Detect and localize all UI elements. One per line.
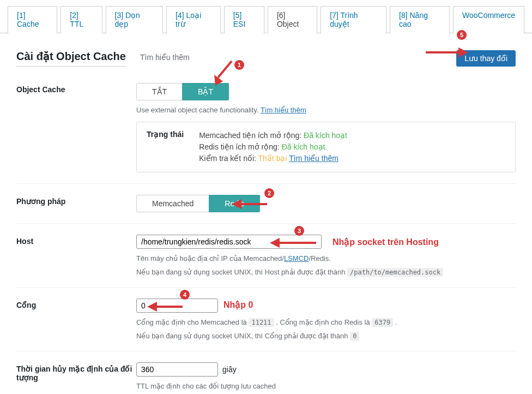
status-redis: Redis tiện ích mở rộng: Đã kích hoạt (199, 141, 347, 153)
tab-browser[interactable]: [7] Trình duyệt (321, 6, 386, 33)
object-cache-on[interactable]: BẬT (182, 83, 229, 100)
annotation-badge-3: 3 (294, 226, 304, 236)
tab-object[interactable]: [6] Object (268, 6, 317, 33)
object-cache-off[interactable]: TẮT (136, 83, 182, 100)
ttl-unit: giây (222, 365, 237, 374)
learn-more-link[interactable]: Tìm hiểu thêm (140, 53, 190, 62)
tab-cache[interactable]: [1] Cache (8, 6, 57, 33)
tab-ttl[interactable]: [2] TTL (61, 6, 102, 33)
object-cache-help: Use external object cache functionality.… (136, 106, 516, 114)
status-label: Trạng thái (147, 130, 184, 164)
status-memcached: Memcached tiện ích mở rộng: Đã kích hoạt (199, 130, 347, 141)
header-row: Cài đặt Object Cache Tìm hiểu thêm Lưu t… (0, 33, 532, 72)
label-object-cache: Object Cache (16, 83, 136, 172)
status-connection: Kiểm tra kết nối: Thất bại Tìm hiểu thêm (199, 153, 347, 164)
row-ttl: Thời gian hủy mặc định của đối tượng giâ… (16, 351, 516, 394)
port-help-2: Nếu bạn đang sử dụng socket UNIX, thì Cổ… (136, 332, 516, 340)
annotation-badge-4: 4 (180, 290, 190, 300)
page-title: Cài đặt Object Cache (16, 50, 126, 67)
port-help-1: Cổng mặc định cho Memcached là 11211 . C… (136, 318, 516, 326)
row-port: Cổng 4 Nhập 0 Cổng mặc định cho Memcache… (16, 287, 516, 351)
label-host: Host (16, 235, 136, 276)
tab-exclude[interactable]: [4] Loại trừ (166, 6, 221, 33)
port-input[interactable] (136, 299, 218, 313)
host-help-2: Nếu bạn đang sử dụng socket UNIX, thì Ho… (136, 268, 516, 276)
row-object-cache: Object Cache 1 TẮT BẬT Use external obje… (16, 72, 516, 183)
method-memcached[interactable]: Memcached (136, 195, 209, 212)
object-cache-toggle: TẮT BẬT (136, 83, 229, 100)
tabs-bar: [1] Cache [2] TTL [3] Dọn dẹp [4] Loại t… (0, 0, 532, 33)
label-ttl: Thời gian hủy mặc định của đối tượng (16, 362, 136, 390)
host-help-1: Tên máy chủ hoặc địa chỉ IP của Memcache… (136, 254, 516, 262)
method-toggle: Memcached Redis (136, 195, 260, 212)
method-redis[interactable]: Redis (209, 195, 260, 212)
annotation-badge-5: 5 (457, 30, 467, 40)
annotation-note-host: Nhập socket trên Hosting (332, 237, 439, 247)
host-lsmcd-link[interactable]: LSMCD (284, 254, 309, 262)
status-learn-more[interactable]: Tìm hiểu thêm (289, 154, 338, 163)
label-method: Phương pháp (16, 195, 136, 212)
tab-esi[interactable]: [5] ESI (224, 6, 264, 33)
host-input[interactable] (136, 235, 322, 249)
ttl-input[interactable] (136, 362, 218, 377)
label-port: Cổng (16, 299, 136, 340)
annotation-badge-2: 2 (264, 188, 274, 198)
tab-cleanup[interactable]: [3] Dọn dẹp (106, 6, 164, 33)
object-cache-help-link[interactable]: Tìm hiểu thêm (261, 106, 306, 114)
row-host: Host 3 Nhập socket trên Hosting Tên máy … (16, 223, 516, 287)
settings-panel: Object Cache 1 TẮT BẬT Use external obje… (0, 72, 532, 394)
status-box: Trạng thái Memcached tiện ích mở rộng: Đ… (136, 122, 516, 172)
ttl-help: TTL mặc định cho các đối tượng lưu cache… (136, 382, 516, 390)
row-method: Phương pháp Memcached Redis 2 (16, 183, 516, 223)
save-button[interactable]: Lưu thay đổi (456, 50, 516, 67)
annotation-badge-1: 1 (234, 60, 244, 70)
tab-advanced[interactable]: [8] Nâng cao (390, 6, 450, 33)
annotation-note-port: Nhập 0 (223, 300, 253, 310)
tab-woocommerce[interactable]: WooCommerce (453, 6, 524, 33)
